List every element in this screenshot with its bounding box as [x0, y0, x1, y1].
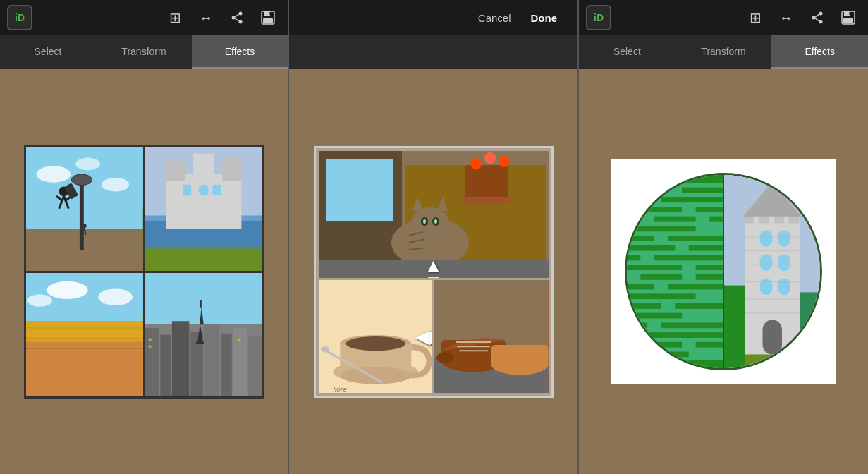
- svg-rect-122: [709, 217, 723, 222]
- tab-effects-right[interactable]: Effects: [771, 35, 868, 69]
- photo-wheat[interactable]: [26, 273, 143, 397]
- tab-select-left[interactable]: Select: [0, 35, 96, 69]
- svg-point-12: [102, 178, 129, 192]
- svg-rect-14: [80, 181, 84, 250]
- svg-rect-68: [462, 197, 511, 204]
- svg-rect-128: [627, 255, 640, 261]
- svg-rect-58: [148, 345, 151, 348]
- svg-rect-111: [849, 12, 850, 15]
- svg-point-2: [239, 20, 243, 24]
- photo-paris[interactable]: [145, 273, 262, 397]
- right-arrow-icon: ▶: [429, 327, 432, 346]
- svg-rect-116: [627, 197, 647, 202]
- svg-rect-121: [654, 217, 696, 222]
- tab-select-right[interactable]: Select: [579, 35, 676, 69]
- swap-icon-right[interactable]: ↔: [774, 5, 799, 30]
- app-logo-right[interactable]: iD: [586, 5, 611, 30]
- svg-rect-26: [145, 250, 262, 270]
- svg-rect-30: [193, 154, 214, 181]
- svg-rect-124: [627, 236, 654, 241]
- photo-castle[interactable]: [145, 147, 262, 271]
- svg-point-91: [321, 346, 329, 352]
- svg-rect-117: [661, 197, 723, 202]
- svg-rect-135: [668, 284, 723, 290]
- svg-point-13: [75, 158, 100, 171]
- tab-transform-left[interactable]: Transform: [96, 35, 192, 69]
- svg-rect-161: [778, 279, 790, 295]
- svg-rect-32: [212, 185, 221, 196]
- svg-rect-39: [26, 341, 143, 396]
- bottom-row: flore ◀ ▶: [319, 280, 549, 393]
- grid-icon-left[interactable]: ⊞: [162, 5, 188, 30]
- share-icon-right[interactable]: [805, 5, 830, 30]
- svg-point-89: [346, 336, 405, 351]
- svg-point-1: [232, 16, 236, 20]
- svg-rect-138: [675, 303, 723, 309]
- circle-image-container: [611, 159, 836, 384]
- svg-rect-156: [759, 230, 772, 246]
- share-icon-left[interactable]: [224, 5, 250, 30]
- svg-rect-112: [627, 175, 723, 368]
- svg-rect-57: [148, 338, 151, 341]
- svg-point-36: [98, 288, 133, 305]
- svg-rect-150: [800, 292, 820, 368]
- svg-rect-29: [222, 157, 241, 181]
- content-middle: ▲ ▼: [289, 69, 577, 474]
- svg-rect-50: [221, 333, 232, 396]
- svg-rect-46: [160, 334, 171, 396]
- svg-point-103: [819, 12, 823, 16]
- collage-grid-left: [24, 145, 264, 399]
- svg-rect-133: [696, 274, 723, 280]
- svg-rect-27: [166, 174, 241, 229]
- grid-icon-right[interactable]: ⊞: [742, 5, 768, 30]
- photo-shoes-container: [434, 280, 549, 393]
- svg-line-4: [235, 18, 238, 21]
- svg-point-15: [71, 174, 92, 186]
- content-left: [0, 69, 288, 474]
- svg-point-70: [484, 152, 496, 164]
- svg-rect-132: [640, 274, 682, 280]
- svg-rect-119: [696, 207, 723, 212]
- svg-rect-137: [627, 303, 661, 309]
- save-icon-left[interactable]: [255, 5, 281, 30]
- svg-rect-123: [627, 226, 696, 231]
- svg-rect-159: [778, 255, 790, 271]
- panel-right: iD ⊞ ↔ Select Transform Effects: [579, 0, 868, 474]
- swap-icon-left[interactable]: ↔: [193, 5, 219, 30]
- photo-parkour[interactable]: [26, 147, 143, 271]
- content-right: [579, 69, 868, 474]
- svg-rect-115: [682, 188, 723, 193]
- svg-rect-136: [627, 293, 696, 299]
- svg-point-71: [499, 156, 510, 167]
- svg-rect-129: [654, 255, 723, 261]
- svg-rect-59: [238, 338, 240, 341]
- svg-rect-33: [198, 185, 208, 196]
- svg-rect-146: [627, 360, 723, 368]
- svg-rect-127: [689, 245, 723, 251]
- svg-rect-55: [196, 341, 204, 344]
- svg-rect-142: [627, 332, 723, 338]
- svg-rect-7: [263, 18, 273, 23]
- svg-rect-145: [627, 352, 689, 358]
- tab-effects-left[interactable]: Effects: [192, 35, 288, 69]
- svg-rect-125: [668, 236, 723, 241]
- svg-rect-162: [762, 320, 781, 355]
- svg-point-88: [340, 367, 411, 384]
- svg-rect-45: [145, 328, 159, 397]
- svg-point-97: [436, 352, 453, 363]
- svg-point-37: [27, 294, 52, 307]
- svg-rect-141: [661, 322, 723, 328]
- cancel-button[interactable]: Cancel: [468, 8, 521, 28]
- svg-rect-130: [627, 265, 682, 270]
- left-arrow-icon: ◀: [415, 327, 429, 346]
- save-icon-right[interactable]: [836, 5, 861, 30]
- svg-rect-8: [269, 12, 270, 15]
- tab-transform-right[interactable]: Transform: [676, 35, 772, 69]
- top-bar-left: iD ⊞ ↔: [0, 0, 288, 35]
- svg-point-104: [812, 16, 816, 20]
- garden-photo: [627, 175, 723, 368]
- app-logo-left[interactable]: iD: [7, 5, 32, 30]
- collage-middle: ▲ ▼: [314, 146, 554, 398]
- svg-rect-157: [778, 230, 790, 246]
- done-button[interactable]: Done: [521, 8, 568, 28]
